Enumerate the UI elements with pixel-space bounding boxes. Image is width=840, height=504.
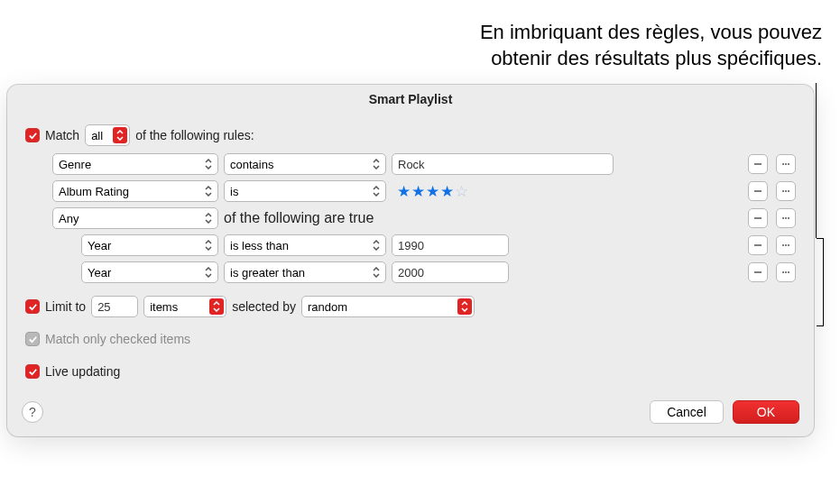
add-rule-button[interactable]: [776, 208, 796, 228]
svg-point-4: [785, 190, 787, 192]
annotation-bracket: [817, 238, 824, 326]
chevron-updown-icon: [113, 127, 127, 143]
rule-row: Album Rating is ★ ★ ★: [52, 180, 796, 202]
annotation-leader-line: [816, 83, 817, 238]
svg-point-3: [782, 190, 784, 192]
limit-checkbox[interactable]: [25, 299, 40, 314]
svg-point-13: [785, 271, 787, 273]
add-rule-button[interactable]: [776, 235, 796, 255]
chevron-updown-icon: [201, 237, 216, 253]
limit-count-input[interactable]: 25: [91, 296, 138, 317]
match-prefix: Match: [45, 128, 79, 142]
svg-point-9: [782, 244, 784, 246]
star-outline-icon: ☆: [455, 182, 468, 201]
match-suffix: of the following rules:: [135, 128, 254, 142]
rule-rating-stars[interactable]: ★ ★ ★ ★ ☆: [392, 180, 474, 202]
svg-point-7: [785, 217, 787, 219]
add-rule-button[interactable]: [776, 181, 796, 201]
rule-field-popup[interactable]: Year: [81, 234, 218, 256]
chevron-updown-icon: [201, 264, 216, 280]
star-icon: ★: [397, 182, 411, 201]
svg-point-2: [788, 163, 789, 165]
svg-point-12: [782, 271, 784, 273]
rule-group-suffix: of the following are true: [224, 210, 374, 226]
rule-field-popup[interactable]: Album Rating: [52, 180, 218, 202]
limit-row: Limit to 25 items selected by random: [25, 294, 796, 319]
live-updating-row: Live updating: [25, 359, 796, 384]
rule-value-input[interactable]: 1990: [392, 234, 509, 256]
rule-field-popup[interactable]: Genre: [52, 153, 218, 175]
remove-rule-button[interactable]: [748, 154, 768, 174]
limit-unit-popup[interactable]: items: [143, 296, 226, 317]
remove-rule-button[interactable]: [748, 208, 768, 228]
match-mode-popup[interactable]: all: [85, 124, 130, 146]
add-rule-button[interactable]: [776, 154, 796, 174]
rule-row: Genre contains Rock: [52, 153, 796, 175]
limit-prefix: Limit to: [45, 299, 86, 314]
live-updating-checkbox[interactable]: [25, 364, 40, 379]
rule-operator-popup[interactable]: is greater than: [224, 261, 386, 283]
ok-button[interactable]: OK: [733, 400, 799, 424]
help-button[interactable]: ?: [22, 401, 43, 423]
dialog-title: Smart Playlist: [7, 85, 814, 115]
svg-point-6: [782, 217, 784, 219]
rule-value-input[interactable]: Rock: [392, 153, 614, 175]
rule-value-input[interactable]: 2000: [392, 261, 509, 283]
remove-rule-button[interactable]: [748, 262, 768, 282]
options-block: Limit to 25 items selected by random: [25, 294, 796, 384]
remove-rule-button[interactable]: [748, 181, 768, 201]
limit-selected-by-label: selected by: [232, 299, 296, 314]
cancel-button[interactable]: Cancel: [650, 400, 724, 424]
rule-group-mode-popup[interactable]: Any: [52, 207, 218, 229]
chevron-updown-icon: [201, 156, 216, 172]
annotation-line2: obtenir des résultats plus spécifiques.: [480, 46, 822, 72]
chevron-updown-icon: [369, 183, 383, 199]
svg-point-1: [785, 163, 787, 165]
annotation-text: En imbriquant des règles, vous pouvez ob…: [480, 20, 822, 71]
svg-point-11: [788, 244, 789, 246]
chevron-updown-icon: [201, 210, 216, 226]
chevron-updown-icon: [201, 183, 216, 199]
match-checked-label: Match only checked items: [45, 332, 190, 346]
svg-point-8: [788, 217, 789, 219]
add-rule-button[interactable]: [776, 262, 796, 282]
remove-rule-button[interactable]: [748, 235, 768, 255]
match-checked-checkbox: [25, 332, 40, 346]
match-row: Match all of the following rules:: [25, 123, 796, 148]
live-updating-label: Live updating: [45, 364, 120, 379]
rules-block: Genre contains Rock: [52, 153, 796, 283]
chevron-updown-icon: [209, 298, 224, 315]
annotation-line1: En imbriquant des règles, vous pouvez: [480, 20, 822, 46]
match-checked-row: Match only checked items: [25, 326, 796, 352]
star-icon: ★: [426, 182, 439, 201]
chevron-updown-icon: [369, 264, 383, 280]
rule-field-popup[interactable]: Year: [81, 261, 218, 283]
match-checkbox[interactable]: [25, 128, 40, 142]
svg-point-5: [788, 190, 789, 192]
star-icon: ★: [440, 182, 454, 201]
svg-point-14: [788, 271, 789, 273]
chevron-updown-icon: [369, 237, 383, 253]
svg-point-10: [785, 244, 787, 246]
limit-method-popup[interactable]: random: [301, 296, 475, 317]
dialog-footer: ? Cancel OK: [7, 391, 814, 424]
chevron-updown-icon: [369, 156, 383, 172]
svg-point-0: [782, 163, 784, 165]
chevron-updown-icon: [457, 298, 472, 315]
star-icon: ★: [411, 182, 425, 201]
rule-operator-popup[interactable]: is less than: [224, 234, 386, 256]
rule-operator-popup[interactable]: contains: [224, 153, 386, 175]
match-mode-value: all: [91, 129, 103, 142]
help-icon: ?: [29, 405, 36, 419]
rule-operator-popup[interactable]: is: [224, 180, 386, 202]
nested-rule-row: Year is less than 1990: [81, 234, 796, 256]
rule-group-row: Any of the following are true: [52, 207, 796, 229]
smart-playlist-dialog: Smart Playlist Match all of the followin…: [7, 85, 814, 436]
nested-rule-row: Year is greater than 2000: [81, 261, 796, 283]
